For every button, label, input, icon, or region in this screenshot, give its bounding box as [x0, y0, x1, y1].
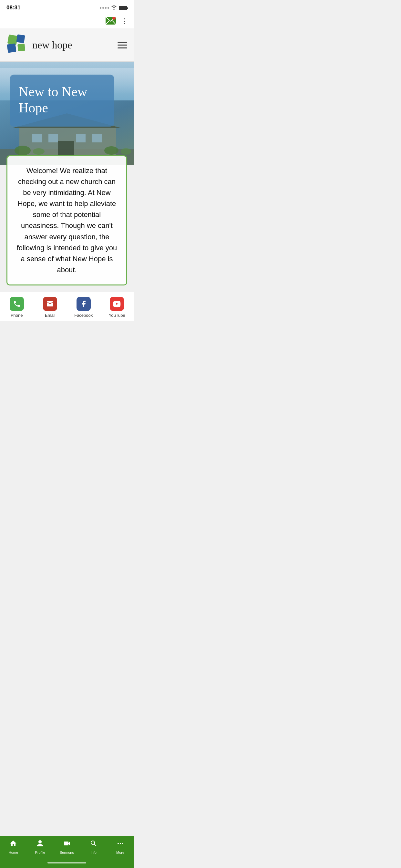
status-time: 08:31 [6, 4, 20, 11]
welcome-text: Welcome! We realize that checking out a … [15, 165, 119, 275]
hero-title-card: New to New Hope [10, 74, 114, 127]
email-icon [46, 300, 54, 308]
logo-area: new hope [6, 34, 72, 56]
action-bar: ⋮ [0, 14, 134, 28]
youtube-icon [113, 300, 121, 308]
youtube-label: YouTube [109, 313, 125, 318]
phone-icon-bg [10, 297, 24, 311]
email-notification-icon [105, 17, 116, 25]
hero-title: New to New Hope [19, 84, 105, 116]
email-label: Email [45, 313, 56, 318]
status-icons [100, 5, 127, 11]
svg-point-17 [121, 148, 131, 155]
signal-icon [100, 7, 109, 9]
welcome-card: Welcome! We realize that checking out a … [6, 155, 127, 285]
app-logo-icon [6, 34, 29, 56]
svg-rect-3 [7, 43, 16, 53]
facebook-icon-bg [76, 297, 91, 311]
quick-links-bar: Phone Email Facebook [0, 292, 134, 321]
youtube-icon-bg [110, 297, 124, 311]
svg-point-15 [33, 148, 44, 155]
notification-email-button[interactable] [105, 17, 116, 26]
svg-rect-4 [16, 34, 25, 43]
app-logo-text: new hope [32, 39, 72, 51]
more-options-button[interactable]: ⋮ [121, 17, 128, 26]
email-icon-bg [43, 297, 57, 311]
phone-icon [13, 300, 21, 308]
facebook-icon [80, 300, 88, 308]
youtube-link[interactable]: YouTube [100, 292, 134, 321]
app-header: new hope [0, 28, 134, 62]
phone-link[interactable]: Phone [0, 292, 34, 321]
svg-rect-5 [18, 43, 25, 51]
page-content: New to New Hope Welcome! We realize that… [0, 62, 134, 366]
hero-section: New to New Hope [0, 62, 134, 165]
battery-icon [119, 6, 127, 10]
wifi-icon [111, 5, 117, 11]
svg-rect-2 [7, 35, 18, 45]
svg-rect-9 [32, 134, 42, 143]
phone-label: Phone [11, 313, 23, 318]
facebook-link[interactable]: Facebook [67, 292, 100, 321]
svg-point-16 [104, 146, 119, 155]
hamburger-menu-button[interactable] [118, 40, 127, 51]
email-link[interactable]: Email [34, 292, 67, 321]
svg-rect-10 [49, 134, 58, 143]
svg-rect-11 [76, 134, 86, 143]
svg-point-14 [14, 146, 31, 155]
facebook-label: Facebook [74, 313, 93, 318]
status-bar: 08:31 [0, 0, 134, 14]
svg-rect-12 [92, 134, 102, 143]
